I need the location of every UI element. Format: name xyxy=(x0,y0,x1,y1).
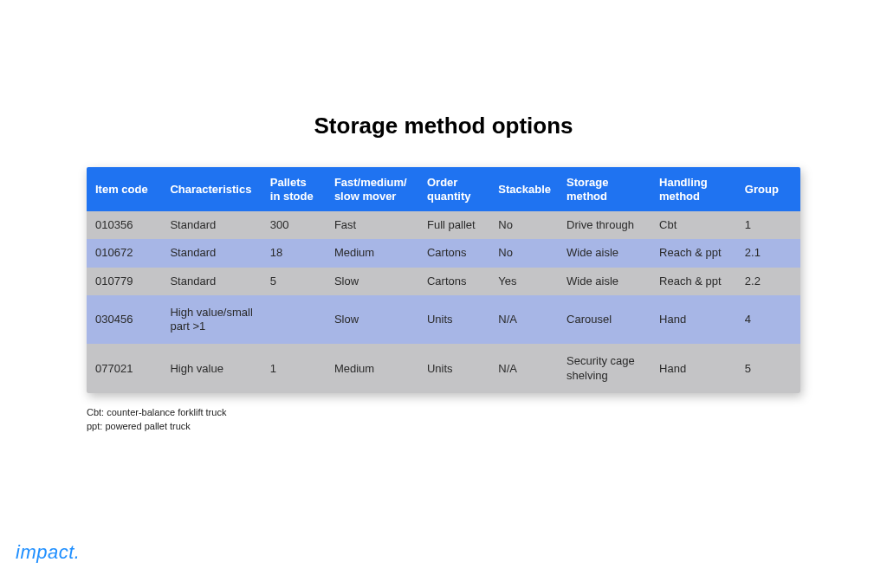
cell-storage: Security cage shelving xyxy=(558,344,651,393)
cell-storage: Wide aisle xyxy=(558,268,651,295)
table-row: 010779 Standard 5 Slow Cartons Yes Wide … xyxy=(87,268,800,295)
footnote-line: Cbt: counter-balance forklift truck xyxy=(87,405,800,420)
cell-pallets: 18 xyxy=(262,239,326,267)
cell-group: 4 xyxy=(736,295,800,345)
col-pallets: Pallets in stode xyxy=(262,167,326,211)
table-row: 030456 High value/small part >1 Slow Uni… xyxy=(87,295,800,345)
cell-characteristics: Standard xyxy=(161,268,261,295)
cell-handling: Hand xyxy=(651,344,736,393)
brand-logo: impact. xyxy=(16,541,80,564)
cell-stackable: No xyxy=(489,211,558,239)
cell-storage: Carousel xyxy=(558,295,651,345)
cell-stackable: N/A xyxy=(489,295,558,345)
storage-table: Item code Characteristics Pallets in sto… xyxy=(87,167,800,393)
cell-mover: Slow xyxy=(326,295,418,345)
cell-item-code: 077021 xyxy=(87,344,161,393)
cell-order-qty: Full pallet xyxy=(418,211,489,239)
cell-handling: Reach & ppt xyxy=(651,268,736,295)
cell-pallets: 5 xyxy=(262,268,326,295)
col-characteristics: Characteristics xyxy=(161,167,261,211)
cell-handling: Hand xyxy=(651,295,736,345)
cell-order-qty: Cartons xyxy=(418,268,489,295)
table-row: 077021 High value 1 Medium Units N/A Sec… xyxy=(87,344,800,393)
cell-stackable: Yes xyxy=(489,268,558,295)
cell-pallets: 300 xyxy=(262,211,326,239)
table-header-row: Item code Characteristics Pallets in sto… xyxy=(87,167,800,211)
cell-group: 2.2 xyxy=(736,268,800,295)
cell-pallets: 1 xyxy=(262,344,326,393)
col-group: Group xyxy=(736,167,800,211)
col-item-code: Item code xyxy=(87,167,161,211)
cell-storage: Wide aisle xyxy=(558,239,651,267)
table-row: 010672 Standard 18 Medium Cartons No Wid… xyxy=(87,239,800,267)
cell-characteristics: High value xyxy=(161,344,261,393)
col-storage-method: Storage method xyxy=(558,167,651,211)
cell-handling: Reach & ppt xyxy=(651,239,736,267)
cell-item-code: 010779 xyxy=(87,268,161,295)
cell-characteristics: Standard xyxy=(161,211,261,239)
cell-item-code: 010672 xyxy=(87,239,161,267)
cell-characteristics: High value/small part >1 xyxy=(161,295,261,345)
cell-mover: Medium xyxy=(326,344,418,393)
page-title: Storage method options xyxy=(87,113,800,139)
footnotes: Cbt: counter-balance forklift truck ppt:… xyxy=(87,405,800,434)
cell-item-code: 010356 xyxy=(87,211,161,239)
cell-group: 2.1 xyxy=(736,239,800,267)
col-stackable: Stackable xyxy=(489,167,558,211)
cell-item-code: 030456 xyxy=(87,295,161,345)
cell-stackable: N/A xyxy=(489,344,558,393)
col-mover: Fast/medium/ slow mover xyxy=(326,167,418,211)
cell-stackable: No xyxy=(489,239,558,267)
cell-mover: Slow xyxy=(326,268,418,295)
cell-mover: Fast xyxy=(326,211,418,239)
cell-storage: Drive through xyxy=(558,211,651,239)
footnote-line: ppt: powered pallet truck xyxy=(87,419,800,434)
cell-order-qty: Cartons xyxy=(418,239,489,267)
cell-order-qty: Units xyxy=(418,295,489,345)
cell-group: 1 xyxy=(736,211,800,239)
cell-characteristics: Standard xyxy=(161,239,261,267)
cell-mover: Medium xyxy=(326,239,418,267)
table-row: 010356 Standard 300 Fast Full pallet No … xyxy=(87,211,800,239)
col-handling-method: Handling method xyxy=(651,167,736,211)
col-order-quantity: Order quantity xyxy=(418,167,489,211)
cell-order-qty: Units xyxy=(418,344,489,393)
cell-pallets xyxy=(262,295,326,345)
cell-handling: Cbt xyxy=(651,211,736,239)
storage-table-container: Item code Characteristics Pallets in sto… xyxy=(87,167,800,393)
cell-group: 5 xyxy=(736,344,800,393)
